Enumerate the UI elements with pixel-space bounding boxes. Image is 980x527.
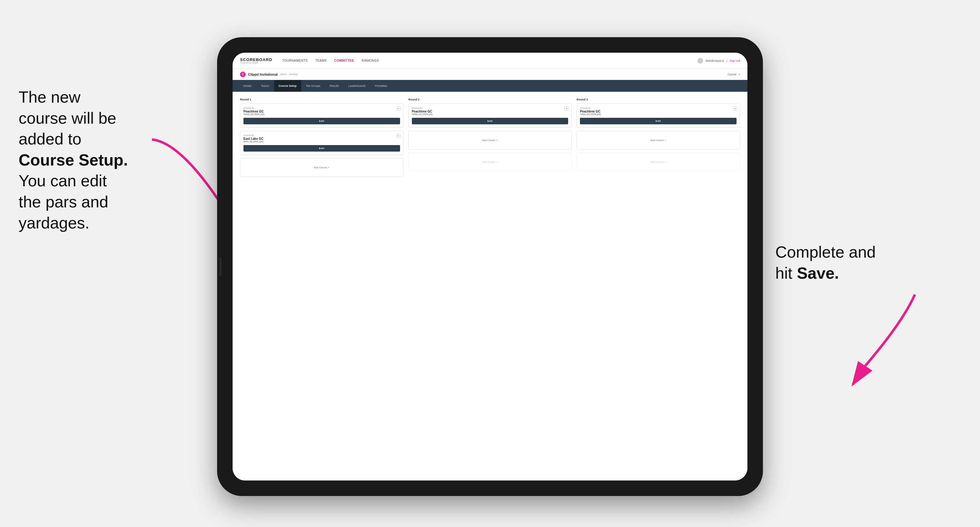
cancel-button[interactable]: Cancel × (726, 73, 740, 76)
user-email: blair@clippd.io (706, 59, 724, 62)
annotation-line2: course will be (19, 109, 116, 127)
round-1-course-b-tee: Black (M) (6891 yds) (243, 140, 400, 143)
tab-bar: Details Teams Course Setup Tee Groups Re… (232, 80, 748, 92)
round-1-course-a-tee: Yellow (M) (6629 yds) (243, 113, 400, 115)
tournament-bar: C Clippd Invitational (Men) Hosting Canc… (232, 69, 748, 80)
tournament-name: C Clippd Invitational (Men) Hosting (240, 71, 298, 77)
tablet-frame: SCOREBOARD Powered by clippd TOURNAMENTS… (217, 37, 763, 496)
round-3-course-a-edit-button[interactable]: Edit (580, 118, 737, 124)
tab-results[interactable]: Results (325, 80, 343, 92)
round-3-add-course-disabled-text: Add Course+ (651, 160, 666, 163)
cancel-label: Cancel (727, 73, 736, 76)
nav-link-teams[interactable]: TEAMS (315, 59, 326, 62)
sign-out-link[interactable]: Sign out (730, 59, 740, 62)
nav-right: blair@clippd.io | Sign out (697, 58, 740, 63)
tournament-title: Clippd Invitational (248, 73, 278, 76)
round-3-course-a-label: (Course A) (580, 107, 737, 109)
tab-leaderboards[interactable]: Leaderboards (344, 80, 370, 92)
round-2-course-a-tee: Yellow (M) (6629 yds) (412, 113, 568, 115)
round-3-column: Round 3 ✕ (Course A) Peachtree GC Yellow… (576, 98, 740, 180)
logo-sub-text: Powered by clippd (240, 62, 272, 64)
user-avatar (697, 58, 703, 63)
round-3-label: Round 3 (576, 98, 740, 101)
round-3-add-course-disabled: Add Course+ (576, 152, 740, 171)
round-2-course-a-name: Peachtree GC (412, 110, 568, 113)
round-2-label: Round 2 (409, 98, 572, 101)
round-3-add-course-text: Add Course+ (651, 139, 666, 142)
nav-link-committee[interactable]: COMMITTEE (334, 59, 354, 62)
nav-link-rankings[interactable]: RANKINGS (362, 59, 379, 62)
tab-course-setup[interactable]: Course Setup (274, 80, 301, 92)
annotation-right-bold: Save. (797, 264, 839, 282)
round-2-course-a-edit-button[interactable]: Edit (412, 118, 568, 124)
scoreboard-logo: SCOREBOARD Powered by clippd (240, 58, 272, 64)
annotation-right-line1: Complete and (775, 243, 876, 261)
round-1-course-a-label: (Course A) (243, 107, 400, 109)
tablet-screen: SCOREBOARD Powered by clippd TOURNAMENTS… (232, 53, 748, 481)
main-content: Round 1 ✕ (Course A) Peachtree GC Yellow… (232, 92, 748, 481)
annotation-line7: yardages. (19, 214, 89, 232)
round-2-add-course-disabled: Add Course+ (409, 152, 572, 171)
tablet-side-button (220, 257, 221, 276)
round-2-column: Round 2 ✕ (Course A) Peachtree GC Yellow… (409, 98, 572, 180)
tab-details[interactable]: Details (239, 80, 256, 92)
tab-printables[interactable]: Printables (371, 80, 392, 92)
annotation-bold: Course Setup. (19, 151, 128, 169)
round-2-add-course-disabled-text: Add Course+ (482, 160, 498, 163)
tournament-gender: (Men) (280, 73, 286, 76)
round-1-course-b-label: (Course B) (243, 134, 400, 137)
round-2-course-a-card: ✕ (Course A) Peachtree GC Yellow (M) (66… (409, 103, 572, 128)
tab-teams[interactable]: Teams (257, 80, 274, 92)
annotation-line3: added to (19, 130, 81, 148)
logo-main-text: SCOREBOARD (240, 58, 272, 62)
round-1-label: Round 1 (240, 98, 404, 101)
rounds-container: Round 1 ✕ (Course A) Peachtree GC Yellow… (240, 98, 740, 180)
round-2-add-course-button[interactable]: Add Course+ (409, 131, 572, 149)
round-1-course-b-card: ✕ (Course B) East Lake GC Black (M) (689… (240, 131, 404, 155)
round-1-course-a-edit-button[interactable]: Edit (243, 118, 400, 124)
right-annotation: Complete and hit Save. (775, 242, 918, 284)
annotation-line5: You can edit (19, 172, 107, 190)
course-a-delete-icon[interactable]: ✕ (396, 106, 401, 111)
cancel-icon: × (738, 73, 740, 76)
course-b-delete-icon[interactable]: ✕ (396, 133, 401, 138)
top-navigation: SCOREBOARD Powered by clippd TOURNAMENTS… (232, 53, 748, 69)
round-3-add-course-button[interactable]: Add Course+ (576, 131, 740, 149)
nav-link-tournaments[interactable]: TOURNAMENTS (282, 59, 308, 62)
round-1-column: Round 1 ✕ (Course A) Peachtree GC Yellow… (240, 98, 404, 180)
nav-links: TOURNAMENTS TEAMS COMMITTEE RANKINGS (282, 59, 379, 62)
tab-tee-groups[interactable]: Tee Groups (302, 80, 325, 92)
nav-left: SCOREBOARD Powered by clippd TOURNAMENTS… (240, 58, 379, 64)
round-2-course-a-delete-icon[interactable]: ✕ (565, 106, 569, 111)
round-2-add-course-text: Add Course+ (482, 139, 498, 142)
round-3-course-a-name: Peachtree GC (580, 110, 737, 113)
tournament-icon: C (240, 71, 246, 77)
round-1-add-course-button[interactable]: Add Course+ (240, 158, 404, 177)
round-3-course-a-tee: Yellow (M) (6629 yds) (580, 113, 737, 115)
round-3-course-a-card: ✕ (Course A) Peachtree GC Yellow (M) (66… (576, 103, 740, 128)
round-1-course-b-edit-button[interactable]: Edit (243, 145, 400, 152)
annotation-line1: The new (19, 88, 80, 106)
tournament-status: Hosting (289, 73, 298, 76)
round-3-course-a-delete-icon[interactable]: ✕ (733, 106, 737, 111)
round-1-add-course-text: Add Course+ (314, 166, 329, 169)
annotation-line6: the pars and (19, 193, 108, 211)
round-1-course-b-name: East Lake GC (243, 137, 400, 140)
arrow-right-icon (822, 285, 934, 397)
round-1-course-a-name: Peachtree GC (243, 110, 400, 113)
round-1-course-a-card: ✕ (Course A) Peachtree GC Yellow (M) (66… (240, 103, 404, 128)
annotation-right-line2: hit (775, 264, 797, 282)
round-2-course-a-label: (Course A) (412, 107, 568, 109)
